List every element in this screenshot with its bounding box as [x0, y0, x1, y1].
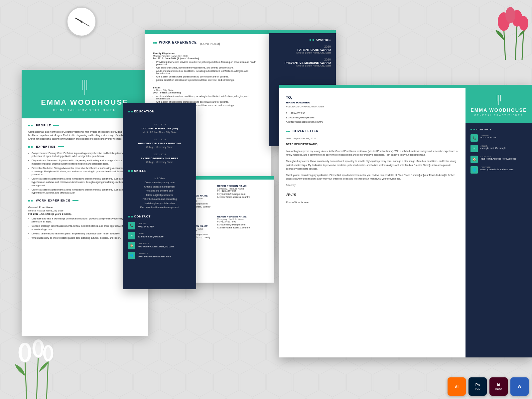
edu-header: EDUCATION: [123, 103, 196, 120]
line-2: [84, 80, 85, 95]
email-item: ✉ : EMAIL example mail @example: [128, 232, 191, 239]
green-accent-top: [145, 30, 271, 34]
job-company: ce Name,City, State: [153, 89, 263, 91]
work-dots: [28, 200, 33, 201]
job-title: Family Physician: [153, 52, 263, 55]
ref-refer-email-1: E : yourmail@example.com: [217, 193, 250, 195]
sidebar-website: 🌐 : WEBSITE www. yourwebsite address her…: [470, 166, 527, 174]
edu-dot-2: [131, 111, 133, 112]
wall-clock: [66, 7, 96, 37]
edu-item-1: 2012 - 2014 DOCTOR OF MEDICINE (MD) Medi…: [128, 123, 191, 134]
ref-refer-address-2: A : street/state address, country: [217, 226, 250, 229]
sig-name: Emma Woodhouse: [286, 200, 459, 205]
awards-title: AWARDS: [274, 38, 331, 42]
ref-refer-email-2: E : yourmail@example.com: [217, 223, 250, 226]
sidebar-phone: 📞 : PHONE +012 3456 789: [470, 134, 527, 142]
ref-refer-company-1: Company / Institute Name: [217, 188, 250, 190]
illustrator-icon[interactable]: Ai: [448, 377, 466, 396]
phone-item: 📞 : PHONE +012 3456 789: [128, 222, 191, 229]
sidebar-address: 🏠 : ADDRESS Your Home Address Here,Zip c…: [470, 156, 527, 163]
svg-line-9: [25, 359, 27, 399]
ref-refer-name-2: REFER PERSON NAME: [217, 215, 250, 218]
line-3: [86, 80, 87, 90]
job-bullets: Provided primary care services to a dive…: [153, 61, 263, 81]
svg-point-7: [519, 16, 528, 31]
edu-item-3: 2012 - 2014 ENTER DEGREE NAME HERE Colle…: [128, 153, 191, 164]
clock-center-dot: [80, 21, 82, 23]
cover-green-top: [279, 85, 466, 88]
sidebar-line-1: [497, 95, 497, 101]
recipient-title: HIRING MANAGER: [286, 101, 459, 105]
svg-line-11: [47, 361, 48, 399]
cover-sidebar: EMMA WOODHOUSE GENERAL PRACTITIONER CONT…: [466, 85, 532, 357]
cover-greeting: DEAR RECIPIENT NAME,: [286, 142, 459, 147]
work-continued-body: WORK EXPERIENCE (CONTINUED) Family Physi…: [145, 34, 271, 114]
edu-body: 2012 - 2014 DOCTOR OF MEDICINE (MD) Medi…: [123, 120, 196, 265]
edu-item-2: 2012 - 2014 RESIDENCY IN FAMILY MEDICINE…: [128, 138, 191, 149]
website-item: 🌐 : WEBSITE www. yourwebsite address her…: [128, 252, 191, 259]
header-lines: [28, 80, 141, 95]
indesign-icon[interactable]: Id INDD: [489, 377, 508, 396]
ref-refer-name-1: REFER PERSON NAME: [217, 185, 250, 188]
sidebar-contact-title: CONTACT: [470, 128, 527, 131]
tulips-decoration: [466, 0, 532, 60]
skills-section: SKILLS MS Office Comprehensive primary c…: [128, 169, 191, 209]
awards-body: AWARDS 2020 PATIENT CARE AWARD Medical S…: [269, 33, 336, 76]
recipient-name: FULL NAME OF HIRING MANAGER: [286, 105, 459, 108]
email-icon: ✉: [128, 232, 135, 239]
clock-minute-hand: [81, 21, 90, 27]
job-company: Medical Practice Name,City, State: [153, 55, 263, 57]
sidebar-line-2: [498, 95, 499, 105]
recipient-email: E : yourmail@example.com: [286, 116, 459, 119]
cover-dots: [286, 129, 291, 134]
sincerely: Sincerely,: [286, 183, 459, 187]
expertise-dots: [28, 146, 33, 148]
award-item-1: 2020 PATIENT CARE AWARD Medical School N…: [274, 45, 331, 54]
cover-para-3: Thank you for considering my application…: [286, 173, 459, 181]
awards-green-top: [269, 30, 336, 33]
svg-point-16: [35, 342, 41, 355]
cover-letter-title: COVER LETTER: [286, 129, 459, 134]
sidebar-phone-icon: 📞: [470, 134, 478, 142]
svg-point-8: [505, 7, 515, 23]
svg-line-3: [515, 23, 517, 60]
svg-line-2: [504, 27, 505, 60]
ref-refer-address-1: A : street/state address, country: [217, 196, 250, 198]
job-bullet: acute and chronic medical conditions, in…: [156, 70, 263, 74]
photoshop-icon[interactable]: Ps PSD: [468, 377, 487, 396]
job-bullet: acute and chronic medical conditions, in…: [156, 95, 263, 100]
address-icon: 🏠: [128, 242, 135, 249]
education-doc: EDUCATION 2012 - 2014 DOCTOR OF MEDICINE…: [123, 103, 196, 289]
skills-title: SKILLS: [128, 169, 191, 174]
skills-list: MS Office Comprehensive primary care Chr…: [128, 177, 191, 209]
website-icon: 🌐: [128, 252, 135, 259]
job-title: sician: [153, 86, 263, 89]
ref-refer-company-2: Company / Institute Name: [217, 218, 250, 220]
cover-para-2: Throughout my career, I have consistentl…: [286, 159, 459, 171]
profile-dots: [28, 125, 33, 126]
ref-item-1: ✒ PERSON NAME Institute Name P : 7 896 E…: [188, 185, 268, 208]
sidebar-address-icon: 🏠: [470, 156, 478, 163]
sidebar-title: GENERAL PRACTITIONER: [470, 114, 527, 116]
job-bullet: well-child check-ups, administered vacci…: [156, 66, 263, 69]
edu-dot-1: [128, 111, 130, 112]
job-date: 2014 (3 years 10 months): [153, 91, 263, 94]
ref-refer-phone-2: P : +123 4567 896: [217, 220, 250, 223]
job-date: Feb 2012 - June 2014 (3 years 10 months): [153, 57, 263, 60]
sidebar-line-3: [500, 95, 501, 101]
cover-body: TO, HIRING MANAGER FULL NAME OF HIRING M…: [279, 88, 466, 211]
edu-contact-title: CONTACT: [128, 214, 191, 219]
sidebar-lines: [470, 95, 527, 105]
recipient-phone: P : +123 4567 890: [286, 111, 459, 115]
cover-date: Date : September 08, 2020: [286, 137, 459, 141]
ref-item-2: ✒ PERSON NAME Institute Name P : 7 896 E…: [188, 215, 268, 239]
phone-icon: 📞: [128, 222, 135, 229]
svg-point-17: [46, 347, 51, 359]
job-bullet: patient education sessions on topics lik…: [156, 79, 263, 81]
cover-to-section: TO, HIRING MANAGER FULL NAME OF HIRING M…: [286, 95, 459, 124]
sidebar-body: CONTACT 📞 : PHONE +012 3456 789 ✉ : EMAI…: [466, 123, 532, 182]
word-icon[interactable]: W: [510, 377, 529, 396]
work-dots: [153, 41, 158, 44]
line-1: [82, 80, 83, 90]
job-continued-1: Family Physician Medical Practice Name,C…: [153, 52, 263, 81]
